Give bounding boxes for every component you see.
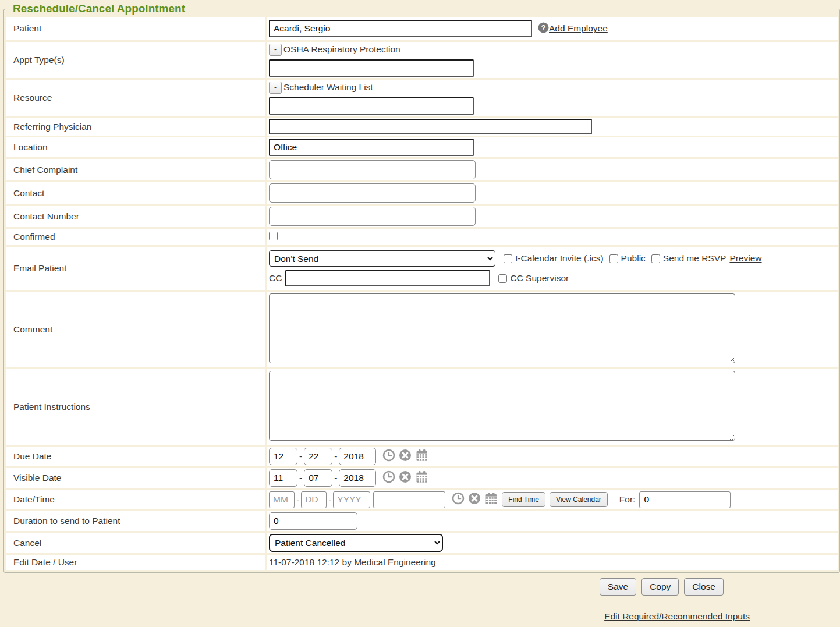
due-date-month-input[interactable] bbox=[269, 448, 297, 465]
referring-physician-row: Referring Physician bbox=[6, 118, 838, 136]
resource-row: Resource - Scheduler Waiting List bbox=[6, 80, 838, 116]
due-date-label: Due Date bbox=[6, 447, 265, 466]
clear-x-icon[interactable] bbox=[399, 449, 412, 464]
question-mark-icon: ? bbox=[538, 22, 549, 36]
contact-label: Contact bbox=[6, 182, 265, 204]
visible-date-year-input[interactable] bbox=[339, 469, 376, 487]
add-employee-link[interactable]: Add Employee bbox=[549, 23, 608, 34]
date-separator: - bbox=[296, 494, 299, 505]
cc-supervisor-checkbox[interactable] bbox=[498, 274, 507, 283]
edit-date-user-value: 11-07-2018 12:12 by Medical Engineering bbox=[269, 557, 436, 567]
contact-number-row: Contact Number bbox=[6, 206, 838, 227]
patient-input[interactable] bbox=[269, 20, 532, 37]
clear-x-icon[interactable] bbox=[399, 470, 412, 486]
clock-icon[interactable] bbox=[452, 492, 465, 507]
date-separator: - bbox=[328, 494, 331, 505]
chief-complaint-label: Chief Complaint bbox=[6, 159, 265, 180]
calendar-icon[interactable] bbox=[484, 492, 498, 507]
patient-instructions-label: Patient Instructions bbox=[6, 369, 265, 445]
send-rsvp-label: Send me RSVP bbox=[663, 253, 726, 264]
cancel-select[interactable]: Patient Cancelled bbox=[269, 534, 443, 552]
appointment-table: Patient ? Add Employee Appt Type(s) - OS… bbox=[4, 15, 839, 572]
date-time-month-input[interactable] bbox=[269, 491, 295, 508]
email-patient-label: Email Patient bbox=[6, 247, 265, 290]
copy-button[interactable]: Copy bbox=[641, 578, 679, 596]
comment-row: Comment bbox=[6, 292, 838, 367]
contact-number-input[interactable] bbox=[269, 207, 476, 226]
contact-number-label: Contact Number bbox=[6, 206, 265, 227]
due-date-day-input[interactable] bbox=[304, 448, 332, 465]
appointment-form: Reschedule/Cancel Appointment Patient ? … bbox=[3, 2, 840, 573]
cc-label: CC bbox=[269, 273, 282, 284]
contact-input[interactable] bbox=[269, 183, 476, 203]
date-separator: - bbox=[299, 473, 302, 483]
comment-label: Comment bbox=[6, 292, 265, 367]
send-rsvp-checkbox[interactable] bbox=[651, 254, 660, 263]
due-date-year-input[interactable] bbox=[339, 448, 376, 465]
close-button[interactable]: Close bbox=[684, 578, 724, 596]
preview-link[interactable]: Preview bbox=[729, 253, 761, 264]
referring-physician-label: Referring Physician bbox=[6, 118, 265, 136]
location-row: Location bbox=[6, 137, 838, 157]
public-checkbox[interactable] bbox=[609, 254, 618, 263]
patient-instructions-row: Patient Instructions bbox=[6, 369, 838, 445]
calendar-icon[interactable] bbox=[415, 470, 428, 486]
location-input[interactable] bbox=[269, 139, 474, 156]
date-time-row: Date/Time - - Find Time View Calendar bbox=[6, 490, 838, 509]
resource-selected: Scheduler Waiting List bbox=[283, 82, 373, 93]
for-input[interactable] bbox=[639, 491, 731, 508]
for-label: For: bbox=[619, 494, 636, 505]
clock-icon[interactable] bbox=[382, 470, 395, 486]
contact-row: Contact bbox=[6, 182, 838, 204]
patient-instructions-textarea[interactable] bbox=[269, 371, 735, 441]
calendar-icon[interactable] bbox=[415, 449, 428, 464]
referring-physician-input[interactable] bbox=[269, 119, 592, 134]
resource-input[interactable] bbox=[269, 97, 474, 115]
patient-label: Patient bbox=[6, 17, 265, 40]
date-time-day-input[interactable] bbox=[301, 491, 327, 508]
patient-row: Patient ? Add Employee bbox=[6, 17, 838, 40]
appt-type-input[interactable] bbox=[269, 59, 474, 77]
date-time-label: Date/Time bbox=[6, 490, 265, 509]
date-time-year-input[interactable] bbox=[333, 491, 370, 508]
cc-input[interactable] bbox=[285, 270, 490, 286]
confirmed-row: Confirmed bbox=[6, 229, 838, 245]
cc-supervisor-label: CC Supervisor bbox=[510, 273, 569, 284]
duration-row: Duration to send to Patient bbox=[6, 511, 838, 531]
ical-invite-checkbox[interactable] bbox=[504, 254, 512, 263]
appt-type-label: Appt Type(s) bbox=[6, 42, 265, 78]
appt-type-row: Appt Type(s) - OSHA Respiratory Protecti… bbox=[6, 42, 838, 78]
find-time-button[interactable]: Find Time bbox=[502, 492, 545, 507]
edit-date-user-row: Edit Date / User 11-07-2018 12:12 by Med… bbox=[6, 555, 838, 570]
visible-date-month-input[interactable] bbox=[269, 469, 297, 487]
view-calendar-button[interactable]: View Calendar bbox=[550, 492, 608, 507]
visible-date-day-input[interactable] bbox=[304, 469, 332, 487]
visible-date-row: Visible Date - - bbox=[6, 468, 838, 488]
save-button[interactable]: Save bbox=[600, 578, 636, 596]
comment-textarea[interactable] bbox=[269, 293, 735, 363]
confirmed-label: Confirmed bbox=[6, 229, 265, 245]
resource-remove-button[interactable]: - bbox=[269, 82, 282, 94]
clear-x-icon[interactable] bbox=[468, 492, 481, 507]
svg-text:?: ? bbox=[541, 23, 546, 32]
date-separator: - bbox=[299, 451, 302, 462]
date-separator: - bbox=[334, 473, 337, 483]
email-send-select[interactable]: Don't Send bbox=[269, 250, 495, 267]
duration-input[interactable] bbox=[269, 512, 357, 530]
date-separator: - bbox=[334, 451, 337, 462]
resource-label: Resource bbox=[6, 80, 265, 116]
due-date-row: Due Date - - bbox=[6, 447, 838, 466]
cancel-label: Cancel bbox=[6, 533, 265, 553]
chief-complaint-input[interactable] bbox=[269, 160, 476, 179]
duration-label: Duration to send to Patient bbox=[6, 511, 265, 531]
confirmed-checkbox[interactable] bbox=[269, 232, 278, 240]
date-time-time-input[interactable] bbox=[373, 491, 445, 508]
cancel-row: Cancel Patient Cancelled bbox=[6, 533, 838, 553]
page-title: Reschedule/Cancel Appointment bbox=[10, 2, 188, 15]
clock-icon[interactable] bbox=[382, 449, 395, 464]
edit-required-inputs-link[interactable]: Edit Required/Recommended Inputs bbox=[604, 611, 750, 621]
location-label: Location bbox=[6, 137, 265, 157]
appt-type-remove-button[interactable]: - bbox=[269, 44, 282, 56]
email-patient-row: Email Patient Don't Send I-Calendar Invi… bbox=[6, 247, 838, 290]
public-label: Public bbox=[621, 253, 646, 264]
